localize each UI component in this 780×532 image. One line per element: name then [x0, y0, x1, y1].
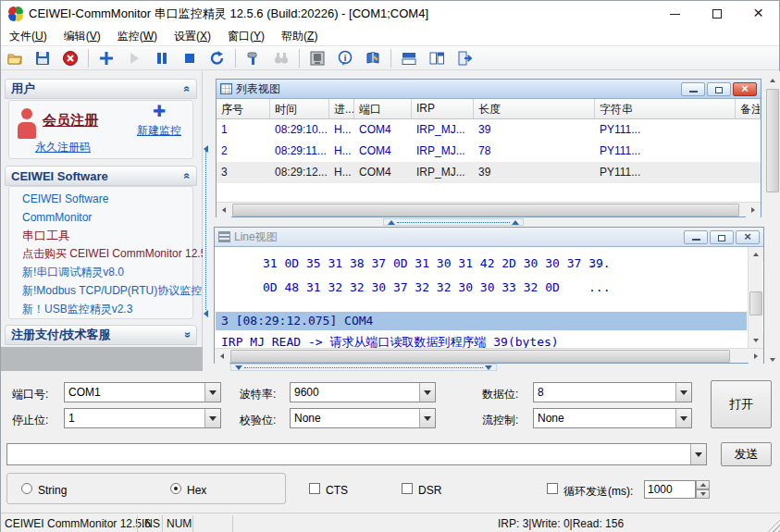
- column-header[interactable]: 序号: [217, 99, 270, 119]
- flowctrl-combobox[interactable]: None: [533, 408, 692, 428]
- open-file-icon[interactable]: [1, 47, 29, 69]
- find-binoculars-icon[interactable]: [267, 47, 295, 69]
- send-input-combobox[interactable]: [6, 443, 707, 465]
- support-panel-header[interactable]: 注册支付/技术客服: [5, 325, 197, 345]
- list-view-titlebar[interactable]: 列表视图: [217, 80, 761, 99]
- collapse-up-icon[interactable]: [184, 82, 191, 95]
- sidebar-splitter[interactable]: [203, 71, 210, 371]
- maximize-button[interactable]: [696, 1, 737, 27]
- software-link[interactable]: 点击购买 CEIWEI CommMonitor 12.5: [22, 246, 206, 262]
- menu-window[interactable]: 窗口(Y): [219, 27, 273, 46]
- hex-radio-label[interactable]: Hex: [187, 484, 206, 497]
- chevron-down-icon[interactable]: [690, 444, 706, 464]
- resume-icon[interactable]: [204, 47, 231, 69]
- menu-settings[interactable]: 设置(X): [166, 27, 219, 46]
- column-header[interactable]: 端口: [354, 99, 412, 119]
- open-port-button[interactable]: 打开: [711, 380, 772, 428]
- column-header[interactable]: 备注: [736, 99, 761, 119]
- line-vertical-scrollbar[interactable]: [748, 247, 762, 348]
- table-row[interactable]: 2 08:29:11... H... COM4 IRP_MJ... 78 PY1…: [217, 141, 761, 162]
- software-panel-header[interactable]: CEIWEI Software: [5, 166, 197, 186]
- parity-combobox[interactable]: None: [290, 408, 436, 428]
- lines-icon: [218, 231, 230, 242]
- selected-log-line[interactable]: 3 [08:29:12.075] COM4: [216, 312, 747, 330]
- clear-icon[interactable]: [56, 47, 84, 69]
- stopbits-combobox[interactable]: 1: [64, 408, 221, 428]
- line-horizontal-scrollbar[interactable]: [215, 348, 763, 363]
- child-close-button[interactable]: [736, 230, 760, 244]
- child-restore-button[interactable]: [707, 82, 731, 96]
- software-link[interactable]: CEIWEI Software: [22, 192, 108, 205]
- panel-splitter[interactable]: [230, 364, 497, 371]
- add-monitor-icon[interactable]: [93, 47, 120, 69]
- software-link[interactable]: CommMonitor: [22, 211, 92, 224]
- list-horizontal-scrollbar[interactable]: [217, 202, 761, 217]
- menu-help[interactable]: 帮助(Z): [273, 27, 326, 46]
- collapse-down-icon[interactable]: [184, 328, 191, 341]
- close-button[interactable]: [737, 1, 779, 27]
- child-restore-button[interactable]: [710, 230, 734, 244]
- new-monitor-link[interactable]: 新建监控: [137, 123, 181, 139]
- port-combobox[interactable]: COM1: [64, 382, 221, 402]
- software-link[interactable]: 新!串口调试精灵v8.0: [22, 265, 124, 280]
- stop-icon[interactable]: [176, 47, 204, 69]
- loop-send-label[interactable]: 循环发送(ms):: [563, 484, 633, 500]
- split-vertical-icon[interactable]: [423, 47, 451, 69]
- split-horizontal-icon[interactable]: [395, 47, 423, 69]
- member-register-link[interactable]: 会员注册: [43, 112, 98, 130]
- column-header[interactable]: IRP: [412, 99, 474, 119]
- menu-edit[interactable]: 编辑(V): [56, 27, 109, 46]
- about-info-icon[interactable]: i: [331, 47, 359, 69]
- hex-radio[interactable]: [170, 483, 181, 494]
- table-row-selected[interactable]: 3 08:29:12... H... COM4 IRP_MJ... 39 PY1…: [217, 162, 761, 183]
- dsr-checkbox[interactable]: [402, 483, 413, 494]
- software-link[interactable]: 新！USB监控精灵v2.3: [22, 302, 132, 317]
- resize-grip[interactable]: [767, 519, 780, 532]
- baud-combobox[interactable]: 9600: [290, 382, 436, 402]
- loop-interval-input[interactable]: [644, 480, 696, 499]
- column-header[interactable]: 进...: [329, 99, 354, 119]
- line-view-titlebar[interactable]: Line视图: [215, 228, 763, 247]
- user-panel-header[interactable]: 用户: [5, 79, 197, 99]
- child-close-button[interactable]: [733, 82, 757, 96]
- column-header[interactable]: 长度: [474, 99, 595, 119]
- chevron-down-icon[interactable]: [675, 409, 691, 427]
- minimize-button[interactable]: [654, 1, 696, 27]
- loop-send-checkbox[interactable]: [547, 483, 558, 494]
- chevron-down-icon[interactable]: [419, 409, 435, 427]
- exit-icon[interactable]: [451, 47, 478, 69]
- cts-checkbox[interactable]: [309, 483, 320, 494]
- software-link[interactable]: 新!Modbus TCP/UDP(RTU)协议监控: [22, 283, 202, 299]
- line-view-content[interactable]: 31 0D 35 31 38 37 0D 31 30 31 42 2D 30 3…: [215, 247, 763, 348]
- child-minimize-button[interactable]: [681, 82, 705, 96]
- loop-interval-spinner[interactable]: [696, 480, 710, 499]
- chevron-down-icon[interactable]: [419, 383, 435, 402]
- column-header[interactable]: 时间: [270, 99, 329, 119]
- column-header[interactable]: 字符串: [595, 99, 736, 119]
- software-link[interactable]: 串口工具: [22, 228, 70, 244]
- start-icon[interactable]: [120, 47, 148, 69]
- pause-icon[interactable]: [148, 47, 176, 69]
- databits-combobox[interactable]: 8: [533, 382, 692, 402]
- table-row[interactable]: 1 08:29:10... H... COM4 IRP_MJ... 39 PY1…: [217, 119, 761, 141]
- menu-file[interactable]: 文件(U): [1, 27, 56, 46]
- help-book-icon[interactable]: [359, 47, 387, 69]
- window-splitter[interactable]: [383, 218, 524, 226]
- send-button[interactable]: 发送: [721, 442, 772, 466]
- string-radio-label[interactable]: String: [38, 484, 67, 497]
- cts-checkbox-label[interactable]: CTS: [326, 484, 348, 497]
- child-minimize-button[interactable]: [684, 230, 708, 244]
- serial-settings-panel: 端口号: COM1 波特率: 9600 数据位: 8 停止位: 1 校验位: N…: [1, 371, 780, 513]
- save-icon[interactable]: [29, 47, 56, 69]
- collapse-up-icon[interactable]: [184, 169, 191, 182]
- dsr-checkbox-label[interactable]: DSR: [418, 484, 441, 497]
- tools-hammer-icon[interactable]: [240, 47, 267, 69]
- perm-code-link[interactable]: 永久注册码: [35, 140, 91, 155]
- menu-monitor[interactable]: 监控(W): [109, 27, 166, 46]
- chevron-down-icon[interactable]: [204, 383, 220, 402]
- device-monitor-icon[interactable]: [303, 47, 331, 69]
- string-radio[interactable]: [21, 483, 32, 494]
- mdi-vertical-scrollbar[interactable]: [765, 73, 780, 367]
- chevron-down-icon[interactable]: [204, 409, 220, 427]
- chevron-down-icon[interactable]: [675, 383, 691, 402]
